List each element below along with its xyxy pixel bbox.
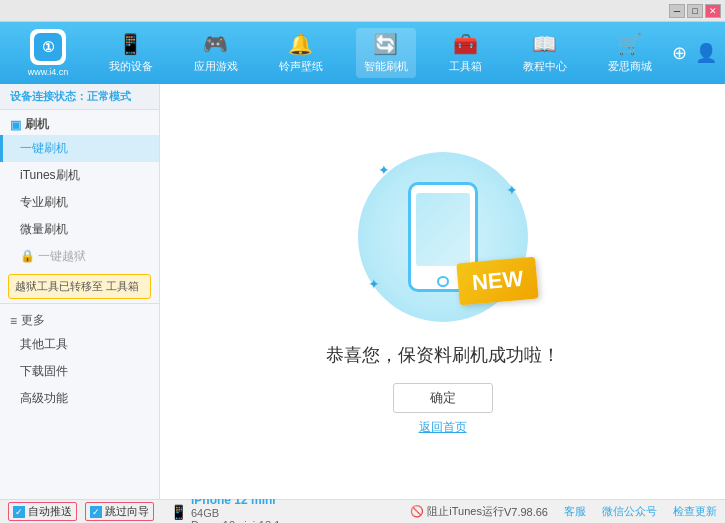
sidebar-divider	[0, 303, 159, 304]
nav-toolbox[interactable]: 🧰 工具箱	[441, 28, 490, 78]
status-label: 设备连接状态：	[10, 90, 87, 102]
sparkle-1: ✦	[378, 162, 390, 178]
content-area: NEW ✦ ✦ ✦ 恭喜您，保资料刷机成功啦！ 确定 返回首页	[160, 84, 725, 499]
success-message: 恭喜您，保资料刷机成功啦！	[326, 343, 560, 367]
sidebar-item-one-key-flash[interactable]: 一键刷机	[0, 135, 159, 162]
status-value: 正常模式	[87, 90, 131, 102]
nav-ringtones-label: 铃声壁纸	[279, 59, 323, 74]
device-status: 设备连接状态：正常模式	[0, 84, 159, 110]
sidebar-notice: 越狱工具已转移至 工具箱	[8, 274, 151, 299]
wechat-link[interactable]: 微信公众号	[602, 504, 657, 519]
no-itunes-toggle[interactable]: 🚫 阻止iTunes运行	[410, 504, 504, 519]
nav-tutorials[interactable]: 📖 教程中心	[515, 28, 575, 78]
sidebar-item-advanced[interactable]: 高级功能	[0, 385, 159, 412]
new-badge: NEW	[456, 257, 539, 306]
flash-section-icon: ▣	[10, 118, 21, 132]
toolbox-icon: 🧰	[453, 32, 478, 56]
circle-background: NEW ✦ ✦ ✦	[358, 152, 528, 322]
logo: ① www.i4.cn	[8, 29, 88, 77]
nav-smart-flash-label: 智能刷机	[364, 59, 408, 74]
sidebar-item-micro-flash[interactable]: 微量刷机	[0, 216, 159, 243]
phone-home-button	[437, 276, 449, 287]
titlebar: ─ □ ✕	[0, 0, 725, 22]
flash-section-label: 刷机	[25, 116, 49, 133]
flash-section-header: ▣ 刷机	[0, 110, 159, 135]
version-label: V7.98.66	[504, 506, 548, 518]
nav-smart-flash[interactable]: 🔄 智能刷机	[356, 28, 416, 78]
support-link[interactable]: 客服	[564, 504, 586, 519]
sparkle-2: ✦	[506, 182, 518, 198]
device-phone-icon: 📱	[170, 504, 187, 520]
nav-actions: ⊕ 👤	[672, 42, 717, 64]
no-itunes-label: 阻止iTunes运行	[427, 504, 504, 519]
nav-apps[interactable]: 🎮 应用游戏	[186, 28, 246, 78]
no-itunes-icon: 🚫	[410, 505, 424, 518]
nav-apps-label: 应用游戏	[194, 59, 238, 74]
more-section-label: 更多	[21, 312, 45, 329]
main-area: 设备连接状态：正常模式 ▣ 刷机 一键刷机 iTunes刷机 专业刷机 微量刷机…	[0, 84, 725, 499]
nav-my-device-label: 我的设备	[109, 59, 153, 74]
nav-ringtones[interactable]: 🔔 铃声壁纸	[271, 28, 331, 78]
update-link[interactable]: 检查更新	[673, 504, 717, 519]
lock-icon: 🔒	[20, 249, 38, 263]
restore-label: 一键越狱	[38, 249, 86, 263]
tutorials-icon: 📖	[532, 32, 557, 56]
nav-my-device[interactable]: 📱 我的设备	[101, 28, 161, 78]
sidebar-item-pro-flash[interactable]: 专业刷机	[0, 189, 159, 216]
header: ① www.i4.cn 📱 我的设备 🎮 应用游戏 🔔 铃声壁纸 🔄 智能刷机 …	[0, 22, 725, 84]
nav-bar: 📱 我的设备 🎮 应用游戏 🔔 铃声壁纸 🔄 智能刷机 🧰 工具箱 📖 教程中心…	[88, 28, 672, 78]
back-link[interactable]: 返回首页	[419, 419, 467, 436]
more-section-header: ≡ 更多	[0, 308, 159, 331]
sparkle-3: ✦	[368, 276, 380, 292]
skip-wizard-check-icon: ✓	[90, 506, 102, 518]
nav-toolbox-label: 工具箱	[449, 59, 482, 74]
skip-wizard-checkbox[interactable]: ✓ 跳过向导	[85, 502, 154, 521]
auto-push-check-icon: ✓	[13, 506, 25, 518]
sidebar-item-one-key-restore: 🔒 一键越狱	[0, 243, 159, 270]
sidebar: 设备连接状态：正常模式 ▣ 刷机 一键刷机 iTunes刷机 专业刷机 微量刷机…	[0, 84, 160, 499]
phone-screen	[416, 193, 470, 266]
skip-wizard-label: 跳过向导	[105, 504, 149, 519]
sidebar-item-itunes-flash[interactable]: iTunes刷机	[0, 162, 159, 189]
window-controls: ─ □ ✕	[669, 4, 721, 18]
nav-store[interactable]: 🛒 爱思商城	[600, 28, 660, 78]
nav-store-label: 爱思商城	[608, 59, 652, 74]
my-device-icon: 📱	[118, 32, 143, 56]
close-button[interactable]: ✕	[705, 4, 721, 18]
device-storage: 64GB	[191, 507, 280, 519]
confirm-button[interactable]: 确定	[393, 383, 493, 413]
ringtones-icon: 🔔	[288, 32, 313, 56]
store-icon: 🛒	[617, 32, 642, 56]
maximize-button[interactable]: □	[687, 4, 703, 18]
logo-icon: ①	[30, 29, 66, 65]
logo-text: www.i4.cn	[28, 67, 69, 77]
apps-icon: 🎮	[203, 32, 228, 56]
bottom-right: V7.98.66 客服 微信公众号 检查更新	[504, 504, 717, 519]
success-illustration: NEW ✦ ✦ ✦	[353, 147, 533, 327]
more-icon: ≡	[10, 314, 17, 328]
auto-push-checkbox[interactable]: ✓ 自动推送	[8, 502, 77, 521]
minimize-button[interactable]: ─	[669, 4, 685, 18]
smart-flash-icon: 🔄	[373, 32, 398, 56]
sidebar-item-other-tools[interactable]: 其他工具	[0, 331, 159, 358]
device-model: Down-12mini-13,1	[191, 519, 280, 524]
sidebar-item-download-firmware[interactable]: 下载固件	[0, 358, 159, 385]
bottom-panel: ✓ 自动推送 ✓ 跳过向导 📱 iPhone 12 mini 64GB Down…	[0, 499, 725, 523]
nav-tutorials-label: 教程中心	[523, 59, 567, 74]
user-button[interactable]: 👤	[695, 42, 717, 64]
download-button[interactable]: ⊕	[672, 42, 687, 64]
logo-inner: ①	[34, 33, 62, 61]
auto-push-label: 自动推送	[28, 504, 72, 519]
